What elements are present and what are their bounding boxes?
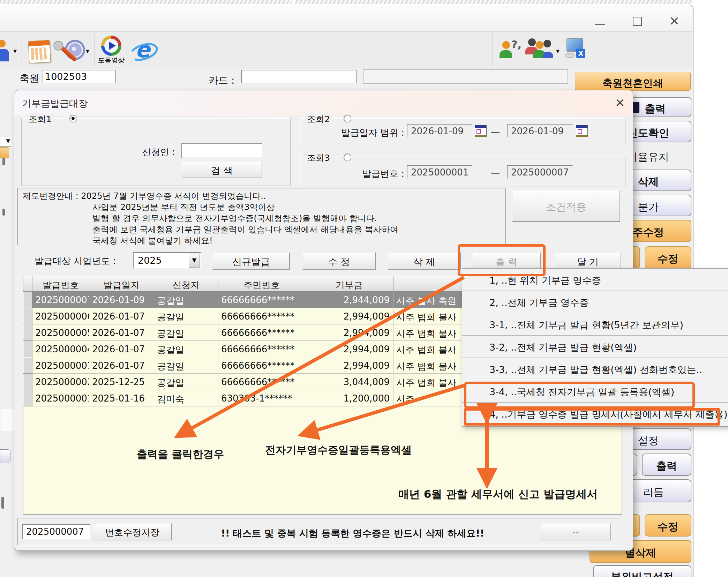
member-group-icon[interactable] bbox=[527, 37, 555, 63]
new-issue-button[interactable]: 신규발급 bbox=[212, 252, 290, 270]
row-selector-cell[interactable] bbox=[23, 292, 32, 308]
applicant-input[interactable] bbox=[181, 143, 262, 158]
table-cell[interactable]: 2,994,009 bbox=[305, 308, 393, 324]
number-edit-input[interactable]: 2025000007 bbox=[22, 524, 90, 540]
ratio-keep-label[interactable]: 비율유지 bbox=[627, 150, 669, 164]
table-cell[interactable]: 2,944,009 bbox=[305, 292, 393, 308]
number-save-button[interactable]: 번호수정저장 bbox=[92, 523, 172, 540]
year-combobox[interactable]: 2025 ▼ bbox=[133, 252, 201, 269]
maximize-button[interactable] bbox=[633, 17, 642, 26]
table-cell[interactable]: 2025-01-16 bbox=[89, 390, 154, 406]
edit-side-button[interactable]: 수정 bbox=[645, 246, 691, 269]
table-cell[interactable]: 2025-12-25 bbox=[89, 374, 154, 390]
row-selector-cell[interactable] bbox=[23, 374, 32, 390]
search-group-2-radio[interactable] bbox=[344, 115, 351, 122]
table-header-cell[interactable]: 신청자 bbox=[154, 276, 218, 292]
row-selector-cell[interactable] bbox=[23, 308, 32, 324]
avatar-dropdown-icon[interactable]: ▾ bbox=[13, 47, 17, 55]
chukwon-input[interactable]: 1002503 bbox=[42, 70, 116, 83]
clipped-orange-button[interactable] bbox=[0, 147, 9, 158]
table-cell[interactable]: 66666666****** bbox=[218, 292, 305, 308]
table-cell[interactable]: 630303-1****** bbox=[218, 390, 305, 406]
bokwi-note-button[interactable]: 복위비고설정 bbox=[593, 565, 691, 577]
dialog-close-icon[interactable]: ✕ bbox=[615, 96, 625, 110]
table-cell[interactable]: 2026-01-07 bbox=[89, 341, 154, 357]
row-selector-cell[interactable] bbox=[23, 341, 32, 357]
table-cell[interactable]: 2026-01-07 bbox=[89, 308, 154, 324]
edit-button[interactable]: 수 정 bbox=[302, 252, 376, 270]
delete-button[interactable]: 삭 제 bbox=[388, 252, 461, 270]
table-header-cell[interactable] bbox=[23, 276, 32, 292]
table-cell[interactable]: 공갈일 bbox=[154, 341, 218, 357]
member-help-icon[interactable]: ?, bbox=[499, 38, 523, 63]
date-from-calendar-icon[interactable] bbox=[475, 125, 487, 137]
edit-lower-button[interactable]: 수정 bbox=[645, 514, 691, 537]
user-avatar-icon[interactable] bbox=[0, 40, 11, 63]
clipped-combobox[interactable] bbox=[0, 137, 11, 147]
table-cell[interactable]: 2,994,009 bbox=[305, 324, 393, 341]
table-cell[interactable]: 공갈일 bbox=[154, 324, 218, 341]
table-cell[interactable]: 3,044,009 bbox=[305, 374, 393, 390]
clipped-lavender-button[interactable] bbox=[0, 449, 10, 463]
secondary-field[interactable] bbox=[363, 69, 568, 84]
table-cell[interactable]: 공갈일 bbox=[154, 374, 218, 390]
table-cell[interactable]: 2025000007 bbox=[32, 292, 89, 308]
table-cell[interactable]: 66666666****** bbox=[218, 374, 305, 390]
table-header-cell[interactable]: 주민번호 bbox=[218, 276, 305, 292]
row-selector-cell[interactable] bbox=[23, 390, 32, 406]
help-video-icon[interactable] bbox=[101, 36, 121, 56]
search-button[interactable]: 검 색 bbox=[181, 161, 262, 178]
menu-item-2[interactable]: 2, ..전체 기부금 영수증 bbox=[462, 291, 728, 313]
apply-conditions-button[interactable]: 조건적용 bbox=[512, 190, 620, 222]
table-header-cell[interactable]: 발급일자 bbox=[89, 276, 154, 292]
date-to-input[interactable]: 2026-01-09 bbox=[507, 124, 573, 138]
table-cell[interactable]: 2025000003 bbox=[32, 357, 89, 374]
table-cell[interactable]: 2025000001 bbox=[32, 390, 89, 406]
table-cell[interactable]: 2026-01-07 bbox=[89, 357, 154, 374]
table-cell[interactable]: 공갈일 bbox=[154, 357, 218, 374]
chukwon-print-button[interactable]: 축원쳔혼인쇄 bbox=[575, 72, 691, 91]
table-cell[interactable]: 2025000004 bbox=[32, 341, 89, 357]
table-cell[interactable]: 공갈일 bbox=[154, 308, 218, 324]
excel-export-icon[interactable]: X bbox=[564, 38, 589, 63]
table-cell[interactable]: 2,994,009 bbox=[305, 357, 393, 374]
dash-button[interactable]: -- bbox=[540, 523, 611, 540]
table-cell[interactable]: 2025000002 bbox=[32, 374, 89, 390]
card-input[interactable] bbox=[241, 70, 357, 83]
date-to-calendar-icon[interactable] bbox=[576, 125, 588, 137]
group-dropdown-icon[interactable]: ▾ bbox=[556, 47, 560, 55]
table-cell[interactable]: 2026-01-09 bbox=[89, 292, 154, 308]
number-to-input[interactable]: 2025000007 bbox=[507, 165, 573, 179]
close-button[interactable]: 달 기 bbox=[554, 252, 621, 270]
table-cell[interactable]: 66666666****** bbox=[218, 357, 305, 374]
row-selector-cell[interactable] bbox=[23, 357, 32, 374]
table-header-cell[interactable]: 발급번호 bbox=[32, 276, 89, 292]
table-cell[interactable]: 공갈일 bbox=[154, 292, 218, 308]
table-cell[interactable]: 2026-01-07 bbox=[89, 324, 154, 341]
search-group-1-radio[interactable] bbox=[69, 115, 77, 122]
table-cell[interactable]: 66666666****** bbox=[218, 324, 305, 341]
menu-item-4[interactable]: 3-2, ..전체 기부금 발급 현황(엑셀) bbox=[462, 336, 728, 358]
table-cell[interactable]: 1,200,000 bbox=[305, 390, 393, 406]
date-from-input[interactable]: 2026-01-09 bbox=[407, 124, 472, 138]
minimize-button[interactable] bbox=[595, 24, 605, 25]
search-group-3-radio[interactable] bbox=[344, 153, 351, 161]
tools-dropdown-icon[interactable]: ▾ bbox=[86, 47, 89, 55]
number-from-input[interactable]: 2025000001 bbox=[407, 165, 472, 179]
calendar-icon[interactable] bbox=[28, 40, 51, 63]
table-header-cell[interactable]: 기부금 bbox=[305, 276, 393, 292]
table-cell[interactable]: 김미숙 bbox=[154, 390, 218, 406]
menu-item-5[interactable]: 3-3, ..전체 기부금 발급 현황(엑셀) 전화번호있는.. bbox=[462, 358, 728, 380]
table-cell[interactable]: 2,994,009 bbox=[305, 341, 393, 357]
menu-item-3[interactable]: 3-1, ..전체 기부금 발급 현황(5년간 보관의무) bbox=[462, 313, 728, 336]
year-dropdown-icon[interactable]: ▼ bbox=[189, 254, 200, 268]
internet-explorer-icon[interactable]: e bbox=[132, 38, 156, 61]
row-selector-cell[interactable] bbox=[23, 324, 32, 341]
print-lower-button[interactable]: 출력 bbox=[642, 454, 691, 476]
table-cell[interactable]: 66666666****** bbox=[218, 308, 305, 324]
table-cell[interactable]: 2025000006 bbox=[32, 308, 89, 324]
table-cell[interactable]: 2025000005 bbox=[32, 324, 89, 341]
window-close-icon[interactable]: ✕ bbox=[669, 15, 680, 27]
tools-icon[interactable] bbox=[56, 39, 84, 66]
table-cell[interactable]: 66666666****** bbox=[218, 341, 305, 357]
